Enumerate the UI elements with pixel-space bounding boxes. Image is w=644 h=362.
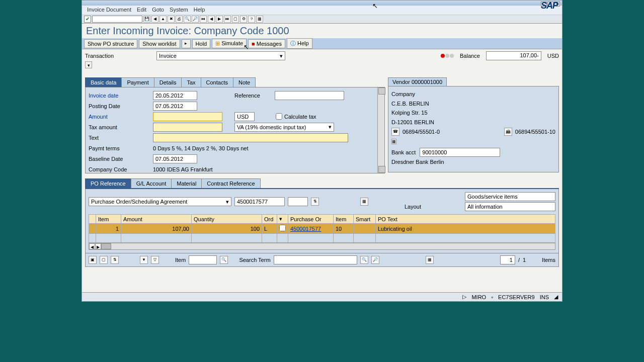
tab-contract-reference[interactable]: Contract Reference — [201, 178, 260, 188]
po-search-icon[interactable]: ⇅ — [311, 198, 319, 206]
menu-goto[interactable]: Goto — [152, 7, 164, 13]
col-po-text[interactable]: PO Text — [376, 215, 555, 224]
select-all-icon[interactable]: ▣ — [89, 256, 97, 264]
prev-page-icon[interactable]: ◀ — [208, 16, 215, 23]
scroll-left-icon[interactable]: ◀ — [89, 243, 95, 249]
bank-acct-field[interactable] — [420, 148, 500, 157]
transaction-label: Transaction — [85, 53, 150, 59]
scroll-right-icon[interactable]: ▶ — [95, 243, 101, 249]
layout-field[interactable] — [465, 202, 555, 211]
amount-label: Amount — [89, 114, 153, 120]
titlebar[interactable]: _ ▫ × — [82, 1, 562, 6]
line-items-table: Item Amount Quantity Ord ▾ Purchase Or I… — [89, 214, 555, 243]
col-po[interactable]: Purchase Or — [288, 215, 334, 224]
menu-system[interactable]: System — [170, 7, 188, 13]
reference-field[interactable] — [275, 91, 344, 100]
new-session-icon[interactable]: ▢ — [232, 16, 239, 23]
col-smart[interactable]: Smart — [354, 215, 376, 224]
goods-service-field[interactable] — [465, 192, 555, 201]
tab-payment[interactable]: Payment — [121, 77, 154, 87]
tax-code-dropdown[interactable]: VA (19% domestic input tax)▾ — [234, 123, 334, 132]
sort-icon[interactable]: ⇅ — [111, 256, 119, 264]
first-page-icon[interactable]: ⏮ — [200, 16, 207, 23]
tax-amount-field[interactable] — [153, 123, 222, 132]
filter2-icon[interactable]: ▽ — [151, 256, 159, 264]
simulate-button[interactable]: ⊞ Simulate — [212, 39, 247, 48]
calculate-tax-checkbox[interactable] — [276, 113, 282, 120]
filter-icon[interactable]: ▼ — [140, 256, 148, 264]
command-field[interactable] — [92, 16, 142, 23]
find-next-icon[interactable]: 🔎 — [192, 16, 199, 23]
po-item-field[interactable] — [288, 197, 308, 206]
baseline-date-field[interactable] — [153, 154, 197, 163]
balance-label: Balance — [460, 53, 480, 59]
print-icon[interactable]: 🖨 — [176, 16, 183, 23]
exit-icon[interactable]: ▲ — [159, 16, 167, 23]
col-amount[interactable]: Amount — [121, 215, 192, 224]
show-po-structure-button[interactable]: Show PO structure — [84, 39, 137, 48]
enter-icon[interactable]: ✔ — [84, 16, 91, 23]
balance-currency: USD — [547, 53, 559, 59]
col-ord[interactable]: Ord — [262, 215, 277, 224]
invoice-date-field[interactable] — [153, 91, 197, 100]
menu-invoice-document[interactable]: Invoice Document — [87, 7, 131, 13]
config-icon[interactable]: ▦ — [426, 256, 434, 264]
tab-basic-data[interactable]: Basic data — [85, 77, 122, 87]
po-category-dropdown[interactable]: Purchase Order/Scheduling Agreement▾ — [89, 197, 231, 206]
tab-tax[interactable]: Tax — [181, 77, 201, 87]
tab-po-reference[interactable]: PO Reference — [85, 178, 131, 188]
shortcut-icon[interactable]: ⚙ — [240, 16, 247, 23]
tab-material[interactable]: Material — [171, 178, 202, 188]
tab-contacts[interactable]: Contacts — [201, 77, 233, 87]
scroll-thumb[interactable] — [101, 243, 111, 249]
messages-button[interactable]: ■ Messages — [248, 39, 285, 48]
calculate-tax-label: Calculate tax — [284, 114, 316, 120]
help-icon[interactable]: ? — [248, 16, 255, 23]
currency-field[interactable] — [234, 112, 255, 121]
po-number-field[interactable] — [234, 197, 285, 206]
table-row[interactable] — [89, 234, 555, 243]
po-assign-icon[interactable]: ▦ — [360, 198, 368, 206]
deselect-icon[interactable]: ▢ — [100, 256, 108, 264]
vendor-fax: 06894/55501-10 — [515, 127, 555, 137]
fax-icon[interactable]: 📠 — [504, 128, 512, 136]
col-flag[interactable]: ▾ — [277, 215, 288, 224]
tab-gl-account[interactable]: G/L Account — [131, 178, 172, 188]
vendor-name1: Company — [391, 89, 555, 99]
row-checkbox[interactable] — [279, 225, 286, 231]
amount-field[interactable] — [153, 112, 222, 121]
scrollbar[interactable] — [377, 87, 384, 173]
search-term-field[interactable] — [274, 255, 357, 264]
col-po-item[interactable]: Item — [334, 215, 354, 224]
item-search-icon[interactable]: 🔍 — [220, 256, 228, 264]
menu-help[interactable]: Help — [194, 7, 205, 13]
phone-icon[interactable]: ☎ — [391, 128, 399, 136]
toggle-header-icon[interactable]: ▾ — [85, 61, 92, 68]
next-page-icon[interactable]: ▶ — [216, 16, 223, 23]
col-item[interactable]: Item — [96, 215, 121, 224]
back-icon[interactable]: ◀ — [151, 16, 158, 23]
save-icon[interactable]: 💾 — [143, 16, 150, 23]
show-worklist-button[interactable]: Show worklist — [139, 39, 180, 48]
cancel-icon[interactable]: ✖ — [168, 16, 175, 23]
layout-icon[interactable]: ▦ — [256, 16, 263, 23]
toggle-icon[interactable]: ▸ — [182, 39, 191, 48]
transaction-dropdown[interactable]: Invoice▾ — [156, 51, 285, 60]
find-icon[interactable]: 🔍 — [184, 16, 191, 23]
search-next-icon[interactable]: 🔎 — [371, 256, 379, 264]
hold-button[interactable]: Hold — [192, 39, 211, 48]
page-current[interactable] — [500, 255, 515, 264]
menu-edit[interactable]: Edit — [137, 7, 146, 13]
item-field[interactable] — [189, 255, 217, 264]
search-icon[interactable]: 🔍 — [360, 256, 368, 264]
table-row[interactable]: 1 107,00 100 L 4500017577 10 Lubricating… — [89, 224, 555, 234]
last-page-icon[interactable]: ⏭ — [224, 16, 231, 23]
detail-icon[interactable]: ▦ — [391, 139, 396, 144]
posting-date-field[interactable] — [153, 102, 197, 111]
col-quantity[interactable]: Quantity — [192, 215, 262, 224]
tab-note[interactable]: Note — [233, 77, 256, 87]
text-field[interactable] — [153, 133, 348, 142]
tab-details[interactable]: Details — [154, 77, 182, 87]
po-link[interactable]: 4500017577 — [290, 226, 321, 232]
help-button[interactable]: ⓘ Help — [287, 38, 312, 49]
